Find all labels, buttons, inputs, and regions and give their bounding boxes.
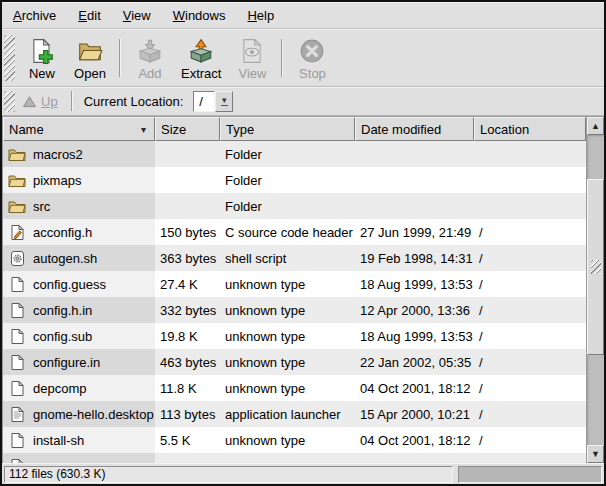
menu-archive[interactable]: Archive (2, 4, 67, 27)
scroll-down-button[interactable]: ▼ (587, 445, 604, 463)
cell-type: shell script (220, 245, 355, 271)
menu-windows[interactable]: Windows (162, 4, 237, 27)
file-name: autogen.sh (33, 251, 97, 266)
cell-name: install-sh (3, 427, 155, 453)
cell-name: config.h.in (3, 297, 155, 323)
table-row[interactable]: acconfig.h150 bytesC source code header2… (3, 219, 586, 245)
extract-button[interactable]: Extract (174, 33, 228, 83)
scroll-up-button[interactable]: ▲ (587, 117, 604, 135)
table-row[interactable]: config.sub19.8 Kunknown type18 Aug 1999,… (3, 323, 586, 349)
cell-type: unknown type (220, 375, 355, 401)
menu-view[interactable]: View (112, 4, 162, 27)
cell-location: / (474, 297, 586, 323)
file-icon (8, 380, 26, 397)
cell-date (355, 141, 474, 167)
cell-type: unknown type (220, 323, 355, 349)
cell-size: 113 bytes (155, 401, 220, 427)
statusbar-file-count: 112 files (630.3 K) (4, 466, 453, 483)
folder-icon (8, 146, 26, 163)
up-button[interactable]: Up (18, 92, 66, 111)
cell-location (474, 193, 586, 219)
file-name: install-sh (33, 433, 84, 448)
toolbar-drag-handle[interactable] (4, 35, 15, 81)
column-header-name[interactable]: Name▾ (3, 117, 155, 141)
folder-icon (8, 198, 26, 215)
cell-size: 27.4 K (155, 271, 220, 297)
location-combo[interactable]: / ▾ (193, 91, 233, 112)
file-name: acconfig.h (33, 225, 92, 240)
stop-icon (299, 38, 325, 64)
column-header-type[interactable]: Type (220, 117, 355, 141)
column-header-location[interactable]: Location (474, 117, 586, 141)
table-row[interactable]: autogen.sh363 bytesshell script19 Feb 19… (3, 245, 586, 271)
locationbar-separator (71, 91, 73, 111)
scrollbar-thumb[interactable] (587, 179, 604, 355)
file-name: depcomp (33, 381, 86, 396)
cell-location (474, 167, 586, 193)
current-location-label: Current Location: (84, 94, 184, 109)
file-name: pixmaps (33, 173, 81, 188)
cell-date: 18 Aug 1999, 13:53 (355, 323, 474, 349)
cell-date: 12 Apr 2000, 13:36 (355, 297, 474, 323)
toolbar-button-label: Extract (181, 66, 221, 81)
column-header-size[interactable]: Size (155, 117, 220, 141)
new-archive-icon (29, 38, 55, 64)
toolbar-button-label: New (29, 66, 55, 81)
cell-size: 19.8 K (155, 323, 220, 349)
script-file-icon (8, 250, 26, 267)
launcher-file-icon (8, 406, 26, 423)
cell-date: 18 Aug 1999, 13:53 (355, 271, 474, 297)
stop-button: Stop (288, 33, 336, 83)
cell-date: 04 Oct 2001, 18:12 (355, 427, 474, 453)
scrollbar-trough[interactable] (587, 135, 604, 445)
file-icon (8, 276, 26, 293)
statusbar: 112 files (630.3 K) (2, 463, 604, 484)
column-header-label: Location (480, 122, 529, 137)
table-row[interactable]: config.h.in332 bytesunknown type12 Apr 2… (3, 297, 586, 323)
table-row[interactable]: pixmapsFolder (3, 167, 586, 193)
file-name: config.h.in (33, 303, 92, 318)
open-button[interactable]: Open (66, 33, 114, 83)
file-icon (8, 432, 26, 449)
statusbar-progress-area (458, 466, 602, 483)
up-arrow-icon (22, 95, 37, 108)
table-row[interactable]: config.guess27.4 Kunknown type18 Aug 199… (3, 271, 586, 297)
file-name: gnome-hello.desktop (33, 407, 154, 422)
toolbar-button-label: Open (74, 66, 106, 81)
cell-type: application launcher (220, 401, 355, 427)
menu-help[interactable]: Help (236, 4, 285, 27)
menu-edit[interactable]: Edit (67, 4, 111, 27)
locationbar-drag-handle[interactable] (4, 91, 15, 112)
file-name: config.guess (33, 277, 106, 292)
vertical-scrollbar[interactable]: ▲ ▼ (586, 117, 604, 463)
file-list-area: Name▾SizeTypeDate modifiedLocation macro… (2, 116, 604, 463)
location-combo-value[interactable]: / (193, 91, 215, 112)
column-header-date[interactable]: Date modified (355, 117, 474, 141)
table-row[interactable]: depcomp11.8 Kunknown type04 Oct 2001, 18… (3, 375, 586, 401)
add-button: Add (126, 33, 174, 83)
arrow-down-icon: ▼ (591, 450, 600, 459)
table-row[interactable]: macros2Folder (3, 141, 586, 167)
cell-date: 22 Jan 2002, 05:35 (355, 349, 474, 375)
table-row[interactable]: install-sh5.5 Kunknown type04 Oct 2001, … (3, 427, 586, 453)
table-row[interactable]: gnome-hello.desktop113 bytesapplication … (3, 401, 586, 427)
cell-name: depcomp (3, 375, 155, 401)
cell-location: / (474, 401, 586, 427)
extract-icon (188, 38, 214, 64)
file-name: config.sub (33, 329, 92, 344)
cell-type: Folder (220, 167, 355, 193)
cell-name: configure.in (3, 349, 155, 375)
toolbar-separator (119, 39, 121, 77)
cell-name: gnome-hello.desktop (3, 401, 155, 427)
table-row[interactable]: configure.in463 bytesunknown type22 Jan … (3, 349, 586, 375)
chevron-down-icon: ▾ (222, 97, 227, 104)
cell-name (3, 453, 155, 463)
table-row[interactable]: srcFolder (3, 193, 586, 219)
new-button[interactable]: New (18, 33, 66, 83)
table-rows: macros2FolderpixmapsFoldersrcFolderaccon… (3, 141, 586, 463)
table-header-row: Name▾SizeTypeDate modifiedLocation (3, 117, 586, 141)
combo-dropdown-button[interactable]: ▾ (215, 91, 233, 112)
table-row-partial[interactable] (3, 453, 586, 463)
cell-size: 332 bytes (155, 297, 220, 323)
cell-location (474, 453, 586, 463)
